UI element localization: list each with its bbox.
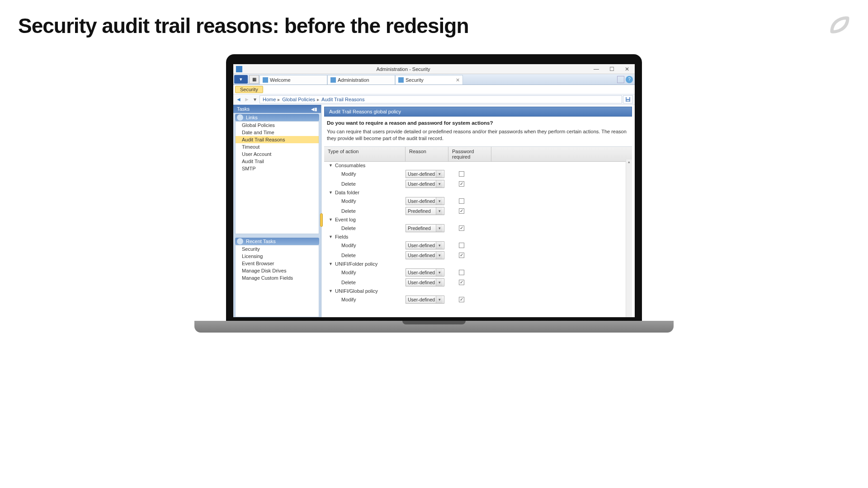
recent-task-manage-custom-fields[interactable]: Manage Custom Fields	[236, 274, 319, 282]
panel-title-bar: Audit Trail Reasons global policy	[324, 107, 632, 117]
actions-grid: Type of action Reason Password required …	[324, 146, 632, 317]
app-menu-button[interactable]: ▾	[234, 75, 248, 84]
reason-dropdown[interactable]: User-defined	[406, 197, 444, 205]
nav-forward-icon[interactable]: ►	[243, 96, 250, 103]
column-header-password[interactable]: Password required	[448, 147, 491, 161]
reason-dropdown[interactable]: Predefined	[406, 207, 444, 215]
tab-close-icon[interactable]: ✕	[456, 77, 460, 83]
group-row[interactable]: ▼UNIFI/Global policy	[324, 287, 632, 295]
security-context-pill[interactable]: Security	[235, 86, 263, 93]
ribbon-bar: ▾ ▦ WelcomeAdministrationSecurity✕ ?	[233, 74, 635, 85]
password-required-checkbox[interactable]	[459, 171, 464, 177]
tab-administration[interactable]: Administration	[327, 75, 395, 84]
password-required-checkbox[interactable]: ✓	[459, 225, 464, 231]
sidebar-link-global-policies[interactable]: Global Policies	[236, 122, 319, 129]
column-header-action[interactable]: Type of action	[324, 147, 406, 161]
svg-rect-1	[627, 97, 629, 99]
main-content: Audit Trail Reasons global policy Do you…	[321, 105, 635, 317]
group-row[interactable]: ▼Consumables	[324, 162, 632, 169]
group-name: Event log	[335, 217, 356, 222]
save-icon[interactable]	[623, 95, 633, 103]
expand-icon[interactable]: ▼	[329, 289, 333, 293]
tab-icon	[330, 77, 336, 83]
recent-task-event-browser[interactable]: Event Browser	[236, 260, 319, 267]
group-name: Consumables	[335, 163, 365, 168]
tab-label: Administration	[338, 77, 369, 83]
sidebar-link-audit-trail-reasons[interactable]: Audit Trail Reasons	[236, 136, 319, 143]
reason-dropdown[interactable]: User-defined	[406, 241, 444, 249]
tasks-panel-header[interactable]: Tasks ◀▮	[233, 105, 321, 113]
sidebar-link-timeout[interactable]: Timeout	[236, 143, 319, 150]
recent-task-manage-disk-drives[interactable]: Manage Disk Drives	[236, 267, 319, 274]
reason-dropdown[interactable]: User-defined	[406, 180, 444, 188]
group-row[interactable]: ▼Event log	[324, 216, 632, 223]
sidebar-link-audit-trail[interactable]: Audit Trail	[236, 158, 319, 165]
splitter-handle[interactable]	[320, 213, 323, 227]
tab-icon	[398, 77, 404, 83]
tab-security[interactable]: Security✕	[395, 75, 463, 84]
breadcrumb-segment[interactable]: Audit Trail Reasons	[321, 97, 364, 102]
sidebar-link-user-account[interactable]: User Account	[236, 150, 319, 158]
help-icon[interactable]: ?	[626, 76, 633, 83]
sidebar-link-date-and-time[interactable]: Date and Time	[236, 129, 319, 136]
breadcrumb[interactable]: Home▸Global Policies▸Audit Trail Reasons	[259, 95, 622, 103]
action-row: DeleteUser-defined✓	[324, 250, 632, 260]
window-title: Administration - Security	[245, 66, 589, 72]
breadcrumb-segment[interactable]: Global Policies	[282, 97, 315, 102]
group-row[interactable]: ▼UNIFI/Folder policy	[324, 260, 632, 267]
group-row[interactable]: ▼Fields	[324, 233, 632, 240]
recent-task-licensing[interactable]: Licensing	[236, 253, 319, 260]
expand-icon[interactable]: ▼	[329, 235, 333, 239]
recent-tasks-header[interactable]: Recent Tasks	[235, 238, 319, 245]
password-required-checkbox[interactable]: ✓	[459, 181, 464, 187]
collapse-icon[interactable]: ◀▮	[311, 107, 317, 112]
expand-icon[interactable]: ▼	[329, 190, 333, 195]
expand-icon[interactable]: ▼	[329, 217, 333, 222]
nav-back-icon[interactable]: ◄	[235, 96, 242, 103]
breadcrumb-separator-icon: ▸	[278, 97, 280, 103]
maximize-button[interactable]: ☐	[604, 66, 619, 72]
app-icon	[236, 66, 242, 72]
tab-welcome[interactable]: Welcome	[259, 75, 327, 84]
scroll-up-icon[interactable]: ▴	[626, 160, 632, 166]
breadcrumb-segment[interactable]: Home	[263, 97, 276, 102]
action-label: Delete	[341, 208, 406, 214]
password-required-checkbox[interactable]: ✓	[459, 208, 464, 214]
recent-task-security[interactable]: Security	[236, 245, 319, 253]
layout-icon[interactable]	[617, 76, 624, 83]
close-button[interactable]: ✕	[619, 66, 635, 72]
password-required-checkbox[interactable]: ✓	[459, 297, 464, 302]
action-label: Modify	[341, 243, 406, 248]
password-required-checkbox[interactable]: ✓	[459, 253, 464, 258]
sidebar-link-smtp[interactable]: SMTP	[236, 165, 319, 172]
expand-icon[interactable]: ▼	[329, 163, 333, 168]
breadcrumb-separator-icon: ▸	[317, 97, 320, 103]
password-required-checkbox[interactable]	[459, 198, 464, 204]
policy-question: Do you want to require a reason and pass…	[327, 120, 629, 126]
view-grid-button[interactable]: ▦	[249, 75, 259, 84]
password-required-checkbox[interactable]: ✓	[459, 280, 464, 285]
action-label: Modify	[341, 198, 406, 204]
action-row: DeleteUser-defined✓	[324, 277, 632, 287]
action-label: Delete	[341, 253, 406, 258]
action-label: Modify	[341, 297, 406, 302]
minimize-button[interactable]: —	[589, 66, 604, 72]
slide-title: Security audit trail reasons: before the…	[18, 14, 469, 38]
password-required-checkbox[interactable]	[459, 270, 464, 275]
reason-dropdown[interactable]: User-defined	[406, 170, 444, 178]
reason-dropdown[interactable]: User-defined	[406, 251, 444, 259]
group-name: UNIFI/Folder policy	[335, 261, 377, 267]
password-required-checkbox[interactable]	[459, 243, 464, 248]
reason-dropdown[interactable]: User-defined	[406, 268, 444, 277]
tasks-panel-title: Tasks	[237, 106, 250, 112]
column-header-reason[interactable]: Reason	[406, 147, 448, 161]
expand-icon[interactable]: ▼	[329, 262, 333, 266]
reason-dropdown[interactable]: User-defined	[406, 296, 444, 304]
brand-logo	[827, 14, 850, 36]
reason-dropdown[interactable]: Predefined	[406, 224, 444, 232]
group-row[interactable]: ▼Data folder	[324, 189, 632, 196]
links-section-header[interactable]: Links	[235, 114, 319, 121]
reason-dropdown[interactable]: User-defined	[406, 278, 444, 286]
vertical-scrollbar[interactable]: ▴	[626, 160, 632, 317]
nav-history-dropdown[interactable]: ▾	[251, 96, 259, 103]
